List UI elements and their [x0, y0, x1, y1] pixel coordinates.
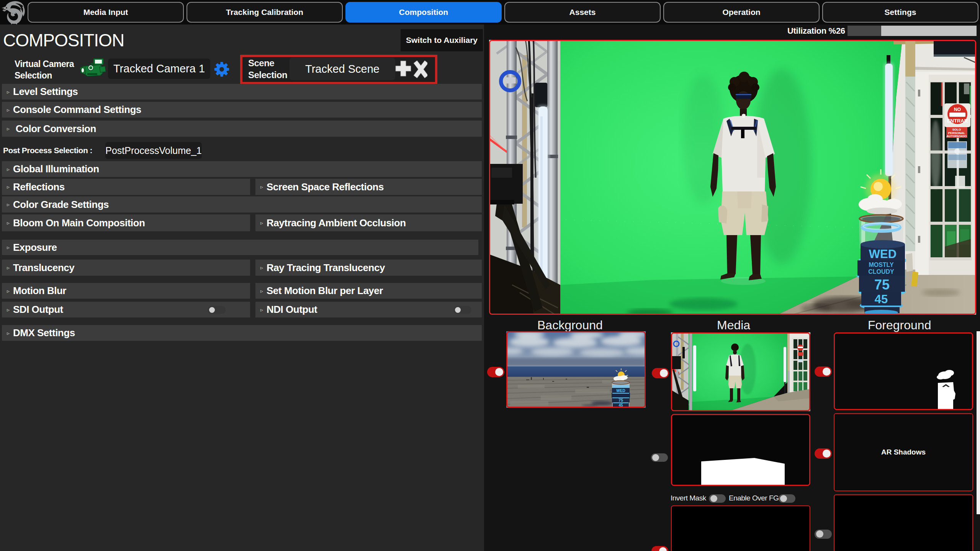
- svg-text:MOSTLY: MOSTLY: [869, 262, 894, 268]
- svg-text:NO: NO: [954, 107, 961, 112]
- svg-text:SOLO: SOLO: [952, 128, 961, 131]
- svg-text:AUTORIZADO: AUTORIZADO: [946, 134, 967, 138]
- svg-text:75: 75: [618, 398, 623, 402]
- svg-text:ENTRAR: ENTRAR: [947, 118, 968, 124]
- svg-text:45: 45: [875, 293, 888, 306]
- svg-text:WED: WED: [616, 389, 625, 393]
- svg-text:75: 75: [874, 277, 890, 293]
- svg-text:CLOUDY: CLOUDY: [868, 268, 894, 275]
- svg-text:WED: WED: [869, 247, 897, 261]
